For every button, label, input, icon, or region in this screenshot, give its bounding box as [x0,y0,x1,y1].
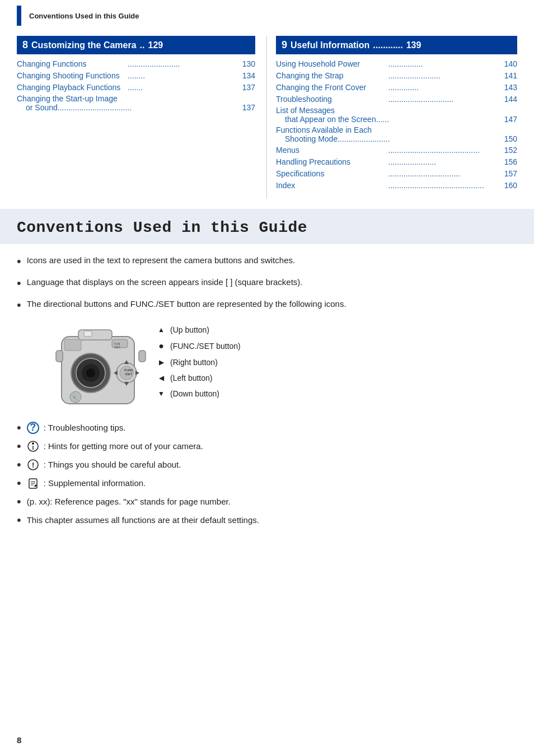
bullet-dot-ts: • [17,421,21,435]
toc-entry-ch9-8: Specifications .........................… [276,169,517,179]
toc-section-ch8: 8 Customizing the Camera .. 129 Changing… [17,36,267,199]
entry-title-ch9-0: Using Household Power [276,59,388,68]
toc-entry-ch9-5: Functions Available in Each Shooting Mod… [276,125,517,143]
content-area: • Icons are used in the text to represen… [0,244,534,537]
entry-dots-ch9-5b: ........................ [338,134,504,143]
svg-rect-1 [78,330,112,340]
toc-entry-ch9-4: List of Messages that Appear on the Scre… [276,106,517,124]
entry-title-ch8-0: Changing Functions [17,59,128,68]
toc-entry-ch8-1: Changing Shooting Functions ........ 134 [17,71,255,81]
entry-title-ch9-7: Handling Precautions [276,157,388,166]
icon-item-ref-pages: • (p. xx): Reference pages. "xx" stands … [17,494,517,509]
button-labels: ▲ (Up button) ● (FUNC./SET button) ▶ (Ri… [157,320,241,405]
toc-entry-ch9-0: Using Household Power ................ 1… [276,59,517,69]
troubleshoot-text: : Troubleshooting tips. [44,423,126,432]
entry-title-ch9-5a: Functions Available in Each [276,125,517,134]
page-number: 8 [17,735,21,745]
toc-entry-ch8-2: Changing Playback Functions ....... 137 [17,82,255,92]
entry-dots-ch9-6: ........................................… [388,146,501,155]
entry-page-ch9-3: 144 [500,95,517,104]
entry-title-ch9-9: Index [276,181,388,190]
entry-title-ch8-3b: or Sound [26,103,58,112]
entry-dots-ch8-0: ........................ [128,59,238,68]
btn-label-up: ▲ (Up button) [157,325,241,334]
bullet-dot-0: • [17,253,21,270]
svg-point-5 [86,368,95,377]
icon-item-supplemental: • : Supplemental information. [17,476,517,491]
entry-page-ch9-6: 152 [500,146,517,155]
toc-entry-ch8-0: Changing Functions .....................… [17,59,255,69]
icon-item-default: • This chapter assumes all functions are… [17,513,517,528]
entry-dots-ch9-2: .............. [388,83,501,92]
bullet-dot-ref: • [17,494,21,509]
bullet-dot-supp: • [17,476,21,491]
svg-rect-7 [84,331,92,337]
toc-header-ch8: 8 Customizing the Camera .. 129 [17,36,255,54]
troubleshoot-icon: ? [27,422,39,434]
toc-entry-ch9-6: Menus ..................................… [276,145,517,155]
entry-page-ch9-8: 157 [500,169,517,178]
entry-title-ch9-3: Troubleshooting [276,95,388,104]
entry-page-ch9-2: 143 [500,83,517,92]
entry-title-ch8-1: Changing Shooting Functions [17,71,128,80]
toc-section-ch9: 9 Useful Information ............ 139 Us… [267,36,517,199]
conventions-bullet-list: • Icons are used in the text to represen… [17,254,517,314]
entry-page-ch9-1: 141 [500,71,517,80]
entry-title-ch9-5b: Shooting Mode [285,134,338,143]
entry-dots-ch9-1: ........................ [388,71,501,80]
bullet-dot-default: • [17,513,21,528]
entry-dots-ch9-4b: ...... [376,115,504,124]
bullet-item-2: • The directional buttons and FUNC./SET … [17,298,517,314]
toc-entry-ch9-2: Changing the Front Cover .............. … [276,82,517,92]
btn-label-right: ▶ (Right button) [157,358,241,367]
supplemental-icon [27,477,39,489]
bullet-dot-hints: • [17,439,21,454]
ref-pages-text: (p. xx): Reference pages. "xx" stands fo… [27,497,231,506]
entry-ch8-3b-row: or Sound ...............................… [17,103,255,112]
ch8-title: Customizing the Camera [31,40,137,50]
bullet-dot-careful: • [17,458,21,472]
conventions-section: Conventions Used in this Guide [0,209,534,244]
entry-dots-ch9-0: ................ [388,59,501,68]
svg-text:/SET: /SET [125,372,133,376]
svg-rect-6 [64,339,81,351]
svg-text:FUNC: FUNC [124,368,134,372]
entry-title-ch8-2: Changing Playback Functions [17,83,128,92]
right-label-text: (Right button) [170,358,218,367]
entry-title-ch9-1: Changing the Strap [276,71,388,80]
left-arrow-icon: ◀ [157,374,166,382]
entry-title-ch9-4a: List of Messages [276,106,517,115]
bullet-dot-2: • [17,296,21,314]
entry-dots-ch9-3: .............................. [388,95,501,104]
up-label-text: (Up button) [170,325,209,334]
ch8-dotdot: .. [140,40,145,50]
toc-grid: 8 Customizing the Camera .. 129 Changing… [17,36,517,199]
default-settings-text: This chapter assumes all functions are a… [27,515,259,525]
entry-page-ch9-9: 160 [500,181,517,190]
up-arrow-icon: ▲ [157,326,166,334]
breadcrumb-text: Conventions Used in this Guide [29,12,139,20]
toc-entry-ch9-7: Handling Precautions ...................… [276,157,517,167]
svg-rect-21 [56,351,63,362]
supplemental-text: : Supplemental information. [44,478,146,488]
entry-dots-ch8-2: ....... [128,83,238,92]
entry-page-ch9-5b: 150 [504,134,517,143]
careful-icon: ! [27,459,39,471]
svg-text:!: ! [32,461,34,469]
entry-page-ch8-2: 137 [238,83,255,92]
diagram-area: FUNC /SET FUN /SET 🔧 [50,320,500,415]
toc-entry-ch8-3: Changing the Start-up Image or Sound ...… [17,94,255,112]
bullet-item-0: • Icons are used in the text to represen… [17,254,517,270]
down-label-text: (Down button) [170,389,219,398]
breadcrumb-bar: Conventions Used in this Guide [0,0,534,29]
ch9-dotdots: ............ [373,40,402,50]
ch8-page: 129 [148,40,163,50]
entry-title-ch9-4b: that Appear on the Screen [285,115,376,124]
ch9-num: 9 [282,39,287,51]
bullet-item-1: • Language that displays on the screen a… [17,276,517,292]
toc-entry-ch9-3: Troubleshooting ........................… [276,94,517,104]
entry-dots-ch9-8: ................................. [388,169,501,178]
entry-page-ch9-0: 140 [500,59,517,68]
camera-diagram: FUNC /SET FUN /SET 🔧 [50,320,151,415]
bullet-text-1: Language that displays on the screen app… [27,276,303,288]
